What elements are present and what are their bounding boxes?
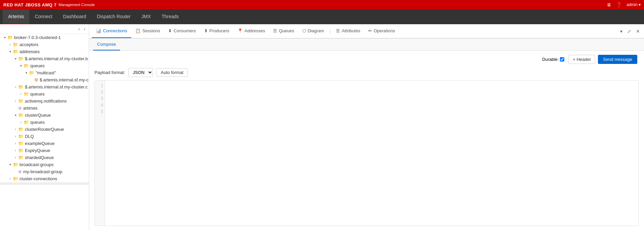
tree-label: "multicast" — [36, 70, 56, 75]
tree-toggle: › — [13, 99, 18, 103]
tree-item[interactable]: ›📁cluster-connections — [0, 175, 89, 182]
tree-toggle: ▾ — [18, 64, 24, 68]
bar-chart-icon: 📊 — [96, 28, 101, 33]
tree-item[interactable]: ›📁exampleQueue — [0, 140, 89, 147]
folder-icon: 📁 — [7, 35, 13, 40]
tree-toggle: › — [13, 142, 18, 145]
compose-tab[interactable]: Compose — [93, 39, 120, 50]
tree-label: acceptors — [20, 42, 38, 47]
tab-connections[interactable]: 📊 Connections — [92, 24, 131, 38]
tree-label: exampleQueue — [25, 141, 54, 146]
tree-item[interactable]: ›📁acceptors — [0, 41, 89, 48]
tree-item[interactable]: ▾📁broker-7.0.3-clustered-1 — [0, 34, 89, 41]
tree-item[interactable]: ›📁queues — [0, 90, 89, 98]
tree-item[interactable]: ›📁clusterRouterQueue — [0, 126, 89, 133]
tree-item[interactable]: ▾📁$.artemis.internal.sf.my-cluster.b — [0, 55, 89, 62]
nav-connect[interactable]: Connect — [29, 9, 58, 24]
tree-item[interactable]: ▾📁clusterQueue — [0, 112, 89, 119]
tab-producers[interactable]: ⬆ Producers — [200, 24, 233, 38]
header-button[interactable]: + Header — [568, 55, 595, 64]
tree-toggle: ▾ — [2, 36, 7, 39]
tree-item[interactable]: ▾📁addresses — [0, 48, 89, 55]
durable-checkbox[interactable] — [560, 57, 564, 62]
tree-item[interactable]: ›📁$.artemis.internal.sf.my-cluster.c — [0, 83, 89, 90]
nav-dispatch-router[interactable]: Dispatch Router — [91, 9, 136, 24]
tree-label: shardedQueue — [25, 155, 54, 160]
tree-toggle: ▾ — [13, 57, 18, 61]
tree-label: $.artemis.internal.sf.my-cluster.b — [25, 56, 88, 61]
line-numbers: 1 2 3 4 5 — [95, 81, 105, 226]
tab-bar: 📊 Connections 📋 Sessions ⬇ Consumers ⬆ P… — [89, 24, 644, 38]
sidebar-scrollbar[interactable] — [0, 182, 89, 185]
tree-item[interactable]: ›📁ExpiryQueue — [0, 147, 89, 154]
content-area: 📊 Connections 📋 Sessions ⬇ Consumers ⬆ P… — [89, 24, 644, 230]
tree-label: activemq.notifications — [25, 99, 67, 104]
folder-icon: 📁 — [18, 84, 24, 89]
tree-item[interactable]: ›📁DLQ — [0, 133, 89, 140]
collapse-button[interactable]: ‹ — [77, 26, 81, 32]
payload-editor[interactable] — [105, 81, 638, 226]
send-message-button[interactable]: Send message — [598, 55, 637, 64]
tree-item[interactable]: ›📁queues — [0, 119, 89, 126]
tree-item[interactable]: ▾📁broadcast-groups — [0, 161, 89, 168]
tab-diagram[interactable]: ⬡ Diagram — [298, 24, 328, 38]
line-3: 3 — [96, 95, 103, 102]
folder-icon: 📁 — [13, 49, 18, 54]
tree-item[interactable]: ▾📁"multicast" — [0, 69, 89, 76]
folder-icon: 📁 — [13, 42, 18, 47]
tree-toggle: › — [7, 177, 13, 181]
tree-toggle: › — [13, 85, 18, 89]
tree-toggle: ▾ — [7, 50, 13, 53]
tree-label: $.artemis.internal.sf.my-c — [40, 77, 88, 82]
attributes-icon: ☰ — [336, 28, 340, 33]
nav-artemis[interactable]: Artemis — [3, 9, 29, 24]
tree-label: clusterQueue — [25, 113, 51, 118]
tab-attributes[interactable]: ☰ Attributes — [332, 24, 364, 38]
tree-label: DLQ — [25, 134, 34, 139]
tree-item[interactable]: ⚙artimes — [0, 105, 89, 112]
nav-dashboard[interactable]: Dashboard — [58, 9, 92, 24]
producers-icon: ⬆ — [204, 28, 208, 33]
nav-jmx[interactable]: JMX — [136, 9, 156, 24]
tab-queues[interactable]: ☰ Queues — [269, 24, 298, 38]
tab-operations[interactable]: ✏ Operations — [364, 24, 399, 38]
payload-row: Payload format: JSON Text XML Auto forma… — [94, 68, 639, 77]
line-5: 5 — [96, 109, 103, 115]
tab-addresses[interactable]: 📍 Addresses — [233, 24, 269, 38]
dropdown-button[interactable]: ▾ — [619, 27, 624, 35]
nav-bar: Artemis Connect Dashboard Dispatch Route… — [0, 9, 644, 24]
folder-icon: 📁 — [18, 155, 24, 160]
tree-label: $.artemis.internal.sf.my-cluster.c — [25, 84, 87, 89]
admin-menu[interactable]: admin ▾ — [627, 2, 641, 7]
auto-format-button[interactable]: Auto format — [156, 68, 188, 77]
tree-toggle: › — [13, 149, 18, 152]
tree-label: ExpiryQueue — [25, 148, 50, 153]
folder-icon: 📁 — [18, 56, 24, 61]
tree-container: ▾📁broker-7.0.3-clustered-1›📁acceptors▾📁a… — [0, 34, 89, 182]
folder-icon: 📁 — [24, 120, 29, 125]
payload-format-select[interactable]: JSON Text XML — [128, 68, 153, 77]
tree-toggle: › — [13, 156, 18, 159]
folder-icon: 📁 — [18, 113, 24, 118]
line-2: 2 — [96, 89, 103, 95]
nav-threads[interactable]: Threads — [156, 9, 184, 24]
popout-button[interactable]: ⤢ — [626, 27, 633, 35]
tree-item[interactable]: ›📁activemq.notifications — [0, 98, 89, 105]
consumers-icon: ⬇ — [168, 28, 172, 33]
tab-actions: ▾ ⤢ ✕ — [619, 27, 641, 35]
brand: RED HAT JBOSS AMQ 7 Management Console — [3, 2, 95, 7]
payload-format-label: Payload format: — [94, 70, 125, 75]
tree-item[interactable]: ›📁shardedQueue — [0, 154, 89, 161]
expand-button[interactable]: › — [82, 26, 87, 32]
tree-label: broker-7.0.3-clustered-1 — [14, 35, 61, 40]
help-icon[interactable]: ❓ — [616, 2, 622, 7]
compose-top-row: Durable: + Header Send message — [94, 55, 639, 64]
tab-sessions[interactable]: 📋 Sessions — [131, 24, 164, 38]
queues-icon: ☰ — [273, 28, 277, 33]
tab-consumers[interactable]: ⬇ Consumers — [164, 24, 200, 38]
tree-item[interactable]: ⚙my-broadcast-group — [0, 168, 89, 175]
close-panel-button[interactable]: ✕ — [635, 27, 641, 35]
tree-item[interactable]: ▾📁queues — [0, 62, 89, 69]
addresses-icon: 📍 — [237, 28, 243, 33]
tree-item[interactable]: ⚙$.artemis.internal.sf.my-c — [0, 76, 89, 83]
